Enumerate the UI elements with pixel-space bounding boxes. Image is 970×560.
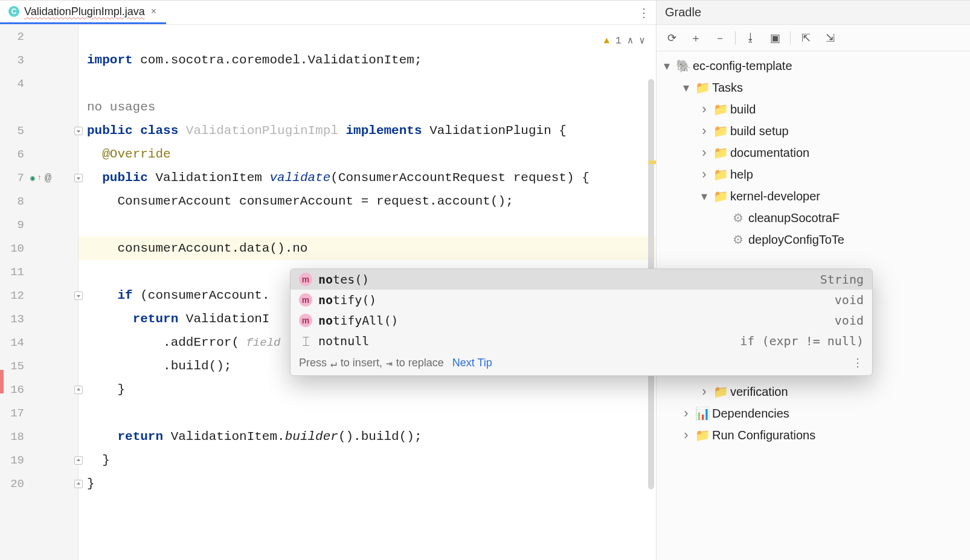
tab-overflow-button[interactable]: ⋮ <box>632 1 656 24</box>
override-gutter-icon[interactable]: ◉ <box>30 173 35 183</box>
no-usages-inlay[interactable]: no usages <box>87 100 155 114</box>
gradle-task[interactable]: ⚙deployConfigToTe <box>657 229 970 250</box>
editor-tab-bar: C ValidationPluginImpl.java × ⋮ <box>0 1 656 25</box>
gradle-task-group[interactable]: 📁build setup <box>657 120 970 142</box>
override-up-arrow-icon: ↑ <box>37 173 42 182</box>
gradle-task-group[interactable]: 📁build <box>657 98 970 120</box>
scrollbar-warning-marker[interactable] <box>649 161 656 164</box>
completion-item[interactable]: m notes() String <box>291 269 872 290</box>
warning-count: 1 <box>615 30 622 53</box>
editor-tab-filename: ValidationPluginImpl.java <box>24 5 145 18</box>
gradle-add-icon[interactable]: ＋ <box>686 29 706 47</box>
gradle-project-node[interactable]: 🐘 ec-config-template <box>657 55 970 77</box>
gear-icon: ⚙ <box>731 232 745 247</box>
completion-footer: Press ↵ to insert, ⇥ to replace Next Tip… <box>291 351 872 375</box>
deps-icon: 📊 <box>695 406 708 421</box>
folder-icon: 📁 <box>713 167 727 182</box>
folder-icon: 📁 <box>713 124 727 138</box>
completion-item[interactable]: m notify() void <box>291 290 872 310</box>
folder-icon: 📁 <box>695 80 708 95</box>
gradle-task-group[interactable]: 📁kernel-developer <box>657 185 970 207</box>
class-file-icon: C <box>8 6 19 17</box>
gradle-run-configs-node[interactable]: 📁Run Configurations <box>657 424 970 446</box>
next-highlight-icon[interactable]: ∨ <box>639 30 645 53</box>
completion-item[interactable]: ⌶ notnull if (expr != null) <box>291 331 872 351</box>
gradle-task-group[interactable]: 📁verification <box>657 381 970 402</box>
close-tab-icon[interactable]: × <box>150 6 158 17</box>
gradle-toolbar: ⟳ ＋ － ⭳ ▣ ⇱ ⇲ <box>657 25 970 51</box>
folder-icon: 📁 <box>695 428 708 442</box>
code-completion-popup: m notes() String m notify() void m notif… <box>290 269 873 376</box>
warning-icon: ▲ <box>604 30 610 53</box>
next-tip-link[interactable]: Next Tip <box>452 357 492 369</box>
gradle-tool-window-title: Gradle <box>657 1 970 25</box>
method-icon: m <box>299 314 312 327</box>
completion-more-icon[interactable]: ⋮ <box>852 356 864 369</box>
method-icon: m <box>299 293 312 307</box>
editor-gutter: 2 3 4 5 6 7 ◉ ↑ @ 8 9 10 11 12 <box>0 25 79 560</box>
gear-icon: ⚙ <box>731 211 745 225</box>
folder-icon: 📁 <box>713 189 727 203</box>
gradle-tasks-node[interactable]: 📁 Tasks <box>657 77 970 98</box>
method-icon: m <box>299 273 312 286</box>
gradle-dependencies-node[interactable]: 📊Dependencies <box>657 402 970 424</box>
folder-icon: 📁 <box>713 145 727 160</box>
gradle-run-icon[interactable]: ▣ <box>765 29 785 47</box>
override-at-icon: @ <box>45 171 51 185</box>
gradle-remove-icon[interactable]: － <box>710 29 730 47</box>
gradle-task[interactable]: ⚙cleanupSocotraF <box>657 207 970 229</box>
prev-highlight-icon[interactable]: ∧ <box>628 30 634 53</box>
folder-icon: 📁 <box>713 384 727 399</box>
gradle-elephant-icon: 🐘 <box>676 59 689 73</box>
folder-icon: 📁 <box>713 102 727 116</box>
template-icon: ⌶ <box>299 334 312 348</box>
gradle-task-group[interactable]: 📁help <box>657 164 970 185</box>
gutter-change-marker[interactable] <box>0 370 4 393</box>
inspection-widget[interactable]: ▲ 1 ∧ ∨ <box>604 30 646 53</box>
gradle-task-group[interactable]: 📁documentation <box>657 142 970 164</box>
gradle-refresh-icon[interactable]: ⟳ <box>661 29 682 47</box>
gradle-collapse-all-icon[interactable]: ⇲ <box>820 29 840 47</box>
gradle-download-icon[interactable]: ⭳ <box>740 29 761 47</box>
editor-tab-active[interactable]: C ValidationPluginImpl.java × <box>0 1 166 24</box>
gradle-expand-all-icon[interactable]: ⇱ <box>795 29 816 47</box>
completion-item[interactable]: m notifyAll() void <box>291 310 872 331</box>
